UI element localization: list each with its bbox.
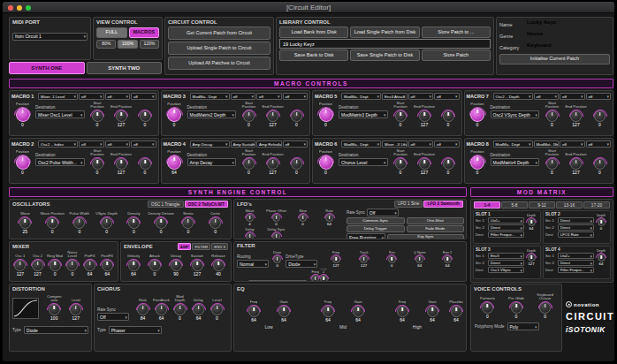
knob-dial[interactable]: [319, 155, 333, 170]
knob-dial[interactable]: [444, 255, 452, 263]
knob-dial[interactable]: [546, 158, 558, 170]
dest-select[interactable]: LFO1 Rate: [558, 231, 594, 238]
knob-dial[interactable]: [319, 108, 333, 122]
knob-dial[interactable]: [156, 217, 167, 229]
drive-type-select[interactable]: Diode: [286, 260, 317, 268]
knob-dial[interactable]: [320, 275, 328, 282]
field-value[interactable]: Keyboard: [527, 42, 610, 52]
knob-dial[interactable]: [470, 108, 484, 122]
src2-select[interactable]: Direct: [558, 224, 594, 231]
knob-dial[interactable]: [415, 255, 423, 263]
knob-dial[interactable]: [70, 304, 81, 315]
knob-dial[interactable]: [140, 110, 151, 122]
src1-select[interactable]: Direct: [558, 217, 594, 224]
knob-dial[interactable]: [248, 306, 260, 317]
field-value[interactable]: Lucky Keyz: [527, 19, 610, 29]
knob-dial[interactable]: [102, 260, 113, 271]
knob-dial[interactable]: [16, 155, 30, 170]
macro-assign-select-3[interactable]: off: [408, 93, 433, 100]
filter-type-select[interactable]: Bandpass 6 dB: [248, 280, 307, 282]
knob-dial[interactable]: [116, 110, 127, 122]
macro-assign-select-4[interactable]: off: [586, 93, 611, 100]
rate-sync-select[interactable]: Off: [97, 313, 129, 321]
knob-dial[interactable]: [49, 304, 60, 315]
macro-assign-select-3[interactable]: off: [560, 140, 584, 148]
library-button[interactable]: Store Patch: [422, 49, 491, 61]
knob-dial[interactable]: [397, 306, 408, 317]
knob-dial[interactable]: [443, 158, 454, 170]
macro-assign-select-2[interactable]: off: [79, 140, 103, 148]
knob-dial[interactable]: [482, 302, 493, 314]
knob-dial[interactable]: [174, 304, 186, 315]
knob-dial[interactable]: [84, 260, 95, 271]
destination-select[interactable]: ModMatrix4 Depth: [491, 158, 540, 166]
knob-dial[interactable]: [395, 110, 407, 122]
knob-dial[interactable]: [73, 217, 85, 229]
knob-dial[interactable]: [32, 260, 43, 271]
dest-select[interactable]: Filter Freque...: [558, 267, 594, 273]
circuit-control-button[interactable]: Upload Single Patch to Circuit: [168, 42, 270, 55]
mod-matrix-tab[interactable]: 5-8: [501, 201, 528, 209]
library-button[interactable]: Store Patch to ...: [422, 27, 491, 38]
destination-select[interactable]: Mixer Osc1 Level: [35, 110, 85, 118]
synth-tab[interactable]: SYNTH TWO: [87, 62, 163, 74]
macro-assign-select-2[interactable]: off: [231, 93, 255, 100]
dest-select[interactable]: Osc1 VSync: [488, 267, 524, 273]
minimize-icon[interactable]: [17, 5, 22, 11]
macro-assign-select-1[interactable]: ModMa.. Dept: [493, 140, 533, 148]
knob-dial[interactable]: [332, 255, 340, 263]
macro-assign-select-3[interactable]: off: [105, 93, 130, 100]
knob-dial[interactable]: [243, 158, 255, 170]
library-button[interactable]: Load Bank from Disk: [279, 27, 348, 38]
destination-select[interactable]: ModMatrix3 Depth: [339, 110, 388, 118]
knob-dial[interactable]: [598, 254, 606, 262]
distortion-type-select[interactable]: Diode: [24, 326, 88, 334]
knob-dial[interactable]: [291, 110, 302, 122]
maximize-icon[interactable]: [26, 5, 31, 11]
macro-assign-select-2[interactable]: off: [79, 93, 103, 100]
macro-assign-select-2[interactable]: ModMat.. Dept: [534, 140, 559, 148]
knob-dial[interactable]: [594, 158, 606, 170]
knob-dial[interactable]: [140, 158, 151, 170]
knob-dial[interactable]: [419, 158, 430, 170]
macro-assign-select-1[interactable]: ModMa.. Dept: [190, 93, 230, 100]
knob-dial[interactable]: [167, 108, 181, 122]
macro-assign-select-1[interactable]: Osc2 .. Index: [38, 140, 78, 148]
synth-tab[interactable]: SYNTH ONE: [9, 62, 85, 74]
macro-assign-select-3[interactable]: off: [560, 93, 584, 100]
knob-dial[interactable]: [594, 110, 606, 122]
knob-dial[interactable]: [149, 260, 161, 271]
src1-select[interactable]: Lfo2+: [558, 253, 594, 259]
envelope-tab[interactable]: FILTER: [192, 243, 210, 250]
osc-tab[interactable]: OSC 1 Triangle: [148, 201, 184, 208]
knob-dial[interactable]: [273, 255, 281, 263]
macro-assign-select-4[interactable]: off: [131, 140, 156, 148]
lfo-tab[interactable]: LFO 2 Sawtooth: [423, 201, 463, 208]
knob-dial[interactable]: [267, 158, 278, 170]
macro-assign-select-4[interactable]: off: [283, 140, 308, 148]
knob-dial[interactable]: [598, 218, 606, 226]
knob-dial[interactable]: [395, 158, 407, 170]
lfo-sync-button[interactable]: One-Shot: [407, 217, 465, 224]
knob-dial[interactable]: [511, 302, 522, 314]
key-sync-button[interactable]: Key Sync: [387, 234, 464, 240]
macro-assign-select-1[interactable]: ModMa.. Dept: [341, 93, 381, 100]
macro-assign-select-1[interactable]: Osc2 .. Depth: [493, 93, 533, 100]
src2-select[interactable]: Direct: [558, 260, 594, 266]
knob-dial[interactable]: [209, 217, 221, 229]
knob-dial[interactable]: [50, 260, 61, 271]
knob-dial[interactable]: [156, 304, 167, 315]
macro-assign-select-4[interactable]: off: [283, 93, 308, 100]
macro-assign-select-4[interactable]: off: [586, 140, 611, 148]
macro-assign-select-1[interactable]: ModMa.. Dept: [341, 140, 381, 148]
knob-dial[interactable]: [443, 110, 454, 122]
lfo-delay-button[interactable]: Fade Mode: [407, 225, 465, 232]
knob-dial[interactable]: [101, 217, 112, 229]
macro-assign-select-2[interactable]: Env3 Attack: [382, 93, 407, 100]
dest-select[interactable]: Filter Freque...: [488, 231, 524, 238]
destination-select[interactable]: Chorus Level: [339, 158, 388, 166]
knob-dial[interactable]: [528, 254, 536, 262]
knob-dial[interactable]: [116, 158, 127, 170]
knob-dial[interactable]: [427, 306, 438, 317]
knob-dial[interactable]: [66, 260, 78, 271]
